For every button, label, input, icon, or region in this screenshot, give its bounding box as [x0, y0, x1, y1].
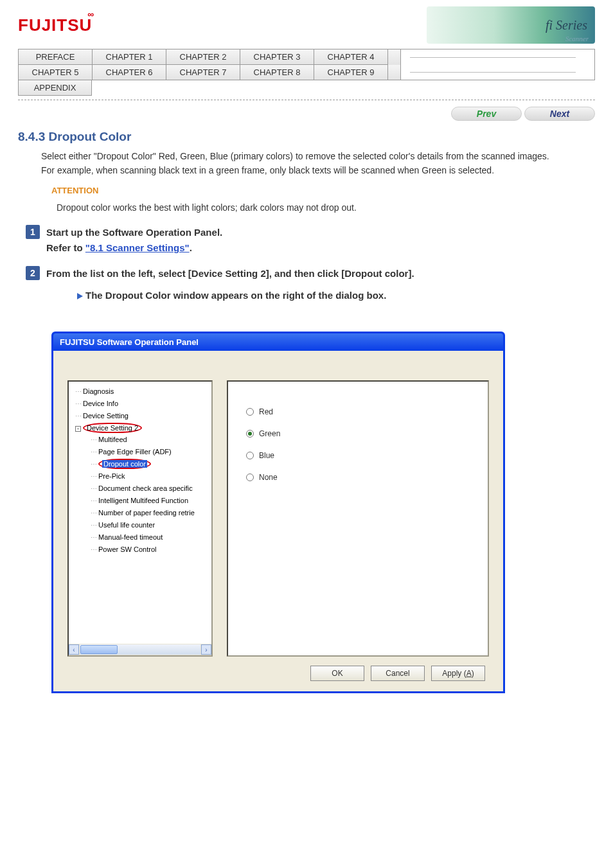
- chapter-nav: PREFACE CHAPTER 1 CHAPTER 2 CHAPTER 3 CH…: [18, 49, 595, 80]
- radio-green[interactable]: Green: [246, 429, 470, 438]
- radio-icon: [246, 452, 254, 459]
- radio-red[interactable]: Red: [246, 407, 470, 416]
- prev-button[interactable]: Prev: [451, 107, 522, 121]
- tree-panel: Diagnosis Device Info Device Setting -De…: [67, 380, 213, 657]
- nav-chapter-4[interactable]: CHAPTER 4: [314, 49, 388, 65]
- tree-scrollbar[interactable]: ‹ ›: [69, 644, 211, 655]
- attention-label: ATTENTION: [51, 186, 595, 195]
- radio-icon-selected: [246, 430, 254, 438]
- arrow-msg: The Dropout Color window appears on the …: [85, 290, 386, 301]
- section-title: Dropout Color: [49, 130, 132, 143]
- intro-text-a: Select either: [41, 151, 94, 161]
- scroll-left-icon[interactable]: ‹: [69, 644, 79, 655]
- tree-page-edge-filler[interactable]: Page Edge Filler (ADF): [75, 446, 211, 458]
- series-banner: fi Series Scanner: [427, 6, 595, 44]
- scroll-track[interactable]: [80, 644, 200, 655]
- apply-pre: Apply (: [442, 669, 466, 678]
- step-1-text: Start up the Software Operation Panel. R…: [46, 225, 222, 256]
- radio-icon: [246, 474, 254, 481]
- attention-note: ATTENTION Dropout color works the best w…: [0, 179, 613, 217]
- tree-manual-feed-timeout[interactable]: Manual-feed timeout: [75, 531, 211, 544]
- divider: [18, 100, 595, 100]
- arrow-right-icon: [77, 293, 83, 299]
- intro-quote: "Dropout Color": [94, 151, 156, 161]
- apply-post: ): [472, 669, 474, 678]
- nav-chapter-8[interactable]: CHAPTER 8: [240, 65, 314, 80]
- section-number: 8.4.3: [18, 130, 45, 143]
- apply-u: A: [466, 669, 472, 678]
- nav-chapter-3[interactable]: CHAPTER 3: [240, 49, 314, 65]
- tree-doc-check-area[interactable]: Document check area specific: [75, 483, 211, 495]
- tree-useful-life-counter[interactable]: Useful life counter: [75, 519, 211, 531]
- radio-panel: Red Green Blue None: [227, 380, 489, 657]
- nav-dropdown-1[interactable]: [388, 49, 401, 65]
- tree-device-setting-2[interactable]: -Device Setting 2: [75, 422, 211, 434]
- banner-subtext: Scanner: [565, 35, 589, 42]
- tree-collapse-icon[interactable]: -: [75, 426, 81, 432]
- tree-device-setting-2-label: Device Setting 2: [83, 423, 142, 433]
- tree-multifeed[interactable]: Multifeed: [75, 434, 211, 446]
- dialog-title: FUJITSU Software Operation Panel: [53, 333, 503, 351]
- nav-chapter-5[interactable]: CHAPTER 5: [19, 65, 93, 80]
- tree-power-sw-control[interactable]: Power SW Control: [75, 544, 211, 556]
- step-number-2: 2: [26, 266, 40, 280]
- nav-chapter-9[interactable]: CHAPTER 9: [314, 65, 388, 80]
- attention-body: Dropout color works the best with light …: [51, 200, 595, 215]
- step-number-1: 1: [26, 225, 40, 239]
- nav-preface[interactable]: PREFACE: [19, 49, 93, 65]
- nav-chapter-2[interactable]: CHAPTER 2: [166, 49, 240, 65]
- tree-dropout-label: Dropout color: [102, 460, 147, 468]
- tree-dropout-circle: Dropout color: [98, 459, 151, 469]
- scroll-thumb[interactable]: [80, 645, 118, 654]
- software-operation-panel-dialog: FUJITSU Software Operation Panel Diagnos…: [51, 332, 505, 693]
- step-2-a: From the list on the left, select [Devic…: [46, 266, 414, 281]
- logo-infinity-icon: ∞: [87, 9, 94, 19]
- step-2-text: From the list on the left, select [Devic…: [46, 266, 414, 303]
- next-button[interactable]: Next: [524, 107, 595, 121]
- nav-appendix[interactable]: APPENDIX: [18, 80, 92, 96]
- step-1-c: .: [190, 242, 192, 253]
- tree-diagnosis[interactable]: Diagnosis: [75, 385, 211, 398]
- nav-chapter-7[interactable]: CHAPTER 7: [166, 65, 240, 80]
- tree-device-info[interactable]: Device Info: [75, 398, 211, 410]
- banner-label: fi Series: [546, 18, 587, 33]
- tree-dropout-color[interactable]: Dropout color: [75, 458, 211, 470]
- tree-pre-pick[interactable]: Pre-Pick: [75, 470, 211, 483]
- nav-dropdown-2[interactable]: [388, 65, 401, 80]
- radio-label-red: Red: [259, 407, 273, 416]
- radio-icon: [246, 408, 254, 416]
- step-1-b: Refer to: [46, 242, 85, 253]
- side-line: [410, 72, 576, 73]
- nav-chapter-1[interactable]: CHAPTER 1: [93, 49, 166, 65]
- ok-button[interactable]: OK: [310, 666, 364, 681]
- tree-paper-feeding-retries[interactable]: Number of paper feeding retrie: [75, 507, 211, 519]
- section-heading: 8.4.3 Dropout Color: [0, 123, 613, 145]
- scroll-right-icon[interactable]: ›: [201, 644, 211, 655]
- brand-logo-text: FUJITSU: [18, 15, 92, 35]
- radio-label-green: Green: [259, 429, 280, 438]
- cancel-button[interactable]: Cancel: [371, 666, 425, 681]
- radio-blue[interactable]: Blue: [246, 451, 470, 460]
- intro-paragraph: Select either "Dropout Color" Red, Green…: [0, 145, 613, 179]
- side-line: [410, 57, 576, 58]
- scanner-settings-link[interactable]: "8.1 Scanner Settings": [85, 242, 190, 253]
- radio-label-blue: Blue: [259, 451, 274, 460]
- brand-logo: FUJITSU ∞: [18, 15, 92, 35]
- tree-device-setting[interactable]: Device Setting: [75, 410, 211, 422]
- radio-none[interactable]: None: [246, 473, 470, 482]
- step-1-a: Start up the Software Operation Panel.: [46, 225, 222, 240]
- nav-chapter-6[interactable]: CHAPTER 6: [93, 65, 166, 80]
- radio-label-none: None: [259, 473, 278, 482]
- tree-intelligent-multifeed[interactable]: Intelligent Multifeed Function: [75, 495, 211, 507]
- apply-button[interactable]: Apply (A): [431, 666, 485, 681]
